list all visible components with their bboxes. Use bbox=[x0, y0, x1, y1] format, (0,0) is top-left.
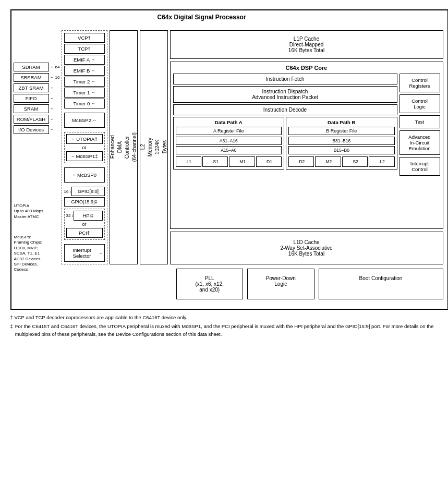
gpio-low-row: 16 ↕ GPIO[8:0] bbox=[64, 187, 105, 196]
bottom-spacer-1 bbox=[62, 269, 107, 299]
dsp-area: L1P CacheDirect-Mapped16K Bytes Total C6… bbox=[170, 30, 443, 264]
emif-a-box: EMIF A ↔ bbox=[64, 55, 105, 65]
hpi-box: HPI‡ bbox=[74, 211, 102, 221]
data-path-a-box: Data Path A A Register File A31–A16 A15–… bbox=[173, 117, 285, 170]
func-units-a-row: .L1 .S1 .M1 .D1 bbox=[176, 156, 282, 167]
utopia-group: ↔ UTOPIA‡ or ↔ McBSP1‡ bbox=[64, 132, 105, 163]
sbsram-bit: 16 bbox=[55, 75, 60, 80]
func-unit-l2: .L2 bbox=[369, 156, 394, 167]
bottom-spacer-3 bbox=[144, 269, 172, 299]
io-devices-label: I/O Devices bbox=[14, 125, 49, 134]
mcbsp2-arrow: ↔ bbox=[92, 118, 96, 123]
l2-memory-box: L2Memory1024KBytes bbox=[140, 30, 168, 264]
utopia-left-arrow: ↔ bbox=[71, 137, 75, 141]
romflash-arrow: ↔ bbox=[50, 117, 54, 122]
hpi-pci-group: 32 ↕ HPI‡ or PCI‡ bbox=[64, 209, 105, 240]
func-unit-l1: .L1 bbox=[176, 156, 201, 167]
l2-label: L2Memory1024KBytes bbox=[139, 138, 168, 156]
or-text-1: or bbox=[66, 145, 103, 150]
l1p-line1: L1P CacheDirect-Mapped16K Bytes Total bbox=[173, 36, 440, 53]
a-register-file-box: A Register File bbox=[176, 127, 282, 135]
footnote-2-row: ‡ For the C6415T and C6416T devices, the… bbox=[10, 323, 449, 338]
mcbsp0-left-arrow: ↔ bbox=[72, 173, 76, 177]
emif-a-arrow: ↔ bbox=[91, 57, 95, 62]
vcp-box: VCP† bbox=[64, 33, 105, 43]
data-path-b-box: Data Path B B Register File B31–B16 B15–… bbox=[286, 117, 397, 170]
test-box: Test bbox=[399, 115, 440, 128]
b-register-file-box: B Register File bbox=[288, 127, 395, 135]
advanced-emulation-box: AdvancedIn-CircuitEmulation bbox=[399, 130, 440, 155]
mcbsp1-left-arrow: ↔ bbox=[70, 154, 75, 159]
timer0-box: Timer 0 ↔ bbox=[64, 99, 105, 108]
mcbsps-side-label: McBSPs:Framing Chips:H.100, MVIP,SCSA, T… bbox=[14, 235, 56, 273]
sbsram-arrow: ↔ bbox=[50, 75, 54, 80]
edma-box: EnhancedDMAController(64-channel) bbox=[110, 30, 138, 264]
data-path-a-title: Data Path A bbox=[176, 119, 282, 125]
dsp-core-inner-layout: Instruction Fetch Instruction DispatchAd… bbox=[173, 74, 440, 176]
power-down-box: Power-DownLogic bbox=[247, 269, 314, 299]
fifo-arrow: ↔ bbox=[50, 96, 54, 101]
func-unit-d1: .D1 bbox=[256, 156, 282, 167]
diagram-title: C64x Digital Signal Processor bbox=[158, 14, 246, 21]
zbtsram-arrow: ↔ bbox=[50, 86, 54, 90]
mcbsp0-box: ↔ McBSP0 bbox=[64, 167, 105, 183]
sdram-label: SDRAM bbox=[14, 63, 49, 71]
footnote-1: † VCP and TCP decoder coprocessors are a… bbox=[10, 314, 449, 321]
dsp-core-outer: C64x DSP Core Instruction Fetch Instruct… bbox=[170, 62, 443, 229]
footnotes-section: † VCP and TCP decoder coprocessors are a… bbox=[10, 314, 449, 338]
peripherals-column: VCP† TCP† EMIF A ↔ EMIF B ↔ Timer 2 ↔ Ti… bbox=[62, 30, 107, 264]
sram-label: SRAM bbox=[14, 104, 49, 113]
control-registers-box: ControlRegisters bbox=[399, 74, 440, 92]
mcbsp2-box: McBSP2 ↔ bbox=[64, 113, 105, 128]
hpi-bit-arrow: ↕ bbox=[71, 213, 73, 218]
gpio-16-bit: 16 bbox=[64, 189, 69, 194]
instruction-area: Instruction Fetch Instruction DispatchAd… bbox=[173, 74, 397, 176]
instruction-dispatch-text: Instruction DispatchAdvanced Instruction… bbox=[175, 89, 396, 100]
or-text-2: or bbox=[66, 222, 103, 227]
data-paths-row: Data Path A A Register File A31–A16 A15–… bbox=[173, 117, 397, 170]
fifo-label: FIFO bbox=[14, 94, 49, 103]
rom-flash-label: ROM/FLASH bbox=[14, 115, 49, 124]
func-unit-d2: .D2 bbox=[288, 156, 314, 167]
gpio-bit-arrow: ↕ bbox=[69, 189, 71, 194]
edma-label: EnhancedDMAController(64-channel) bbox=[109, 132, 138, 162]
dsp-core-title: C64x DSP Core bbox=[173, 65, 440, 71]
func-unit-m1: .M1 bbox=[229, 156, 255, 167]
b15-b0-box: B15–B0 bbox=[288, 146, 395, 154]
hpi-32-bit: 32 bbox=[66, 213, 71, 218]
timer1-box: Timer 1 ↔ bbox=[64, 88, 105, 98]
data-path-b-title: Data Path B bbox=[288, 119, 395, 125]
emif-b-arrow: ↔ bbox=[91, 68, 95, 73]
instruction-decode-box: Instruction Decode bbox=[173, 104, 397, 115]
b31-b16-box: B31–B16 bbox=[288, 137, 395, 145]
timer2-box: Timer 2 ↔ bbox=[64, 77, 105, 87]
instruction-fetch-box: Instruction Fetch bbox=[173, 74, 397, 84]
func-unit-m2: .M2 bbox=[315, 156, 341, 167]
boot-config-box: Boot Configuration bbox=[319, 269, 443, 299]
l1d-cache-box: L1D Cache2-Way Set-Associative16K Bytes … bbox=[170, 232, 443, 264]
timer2-arrow: ↔ bbox=[91, 79, 95, 84]
func-unit-s2: .S2 bbox=[342, 156, 368, 167]
hpi-row: 32 ↕ HPI‡ bbox=[66, 211, 103, 221]
footnote-2-symbol: ‡ bbox=[10, 323, 13, 338]
iodevices-arrow: ↔ bbox=[50, 127, 54, 132]
sbsram-label: SBSRAM bbox=[14, 73, 49, 82]
interrupt-selector-arrow: ↔ bbox=[99, 251, 103, 256]
pll-box: PLL(x1, x6, x12,and x20) bbox=[176, 269, 244, 299]
pci-box: PCI‡ bbox=[66, 228, 103, 238]
sram-arrow: ↔ bbox=[50, 106, 54, 111]
bottom-spacer-2 bbox=[112, 269, 140, 299]
a31-a16-box: A31–A16 bbox=[176, 137, 282, 145]
mcbsp1-box: ↔ McBSP1‡ bbox=[66, 151, 103, 161]
a15-a0-box: A15–A0 bbox=[176, 146, 282, 154]
func-unit-s1: .S1 bbox=[202, 156, 228, 167]
timer1-arrow: ↔ bbox=[91, 90, 95, 95]
control-logic-box: ControlLogic bbox=[399, 94, 440, 113]
left-labels-group: SDRAM ↔ 64 SBSRAM ↔ 16 ZBT SRAM ↔ FIFO ↔ bbox=[14, 63, 60, 134]
utopia-box: ↔ UTOPIA‡ bbox=[66, 134, 103, 144]
sdram-bit: 64 bbox=[55, 65, 60, 69]
gpio-15-9-box: GPIO[15:9]‡ bbox=[64, 197, 105, 207]
tcp-box: TCP† bbox=[64, 44, 105, 54]
gpio-8-0-box: GPIO[8:0] bbox=[71, 187, 104, 196]
right-controls-col: ControlRegisters ControlLogic Test Advan… bbox=[399, 74, 440, 176]
